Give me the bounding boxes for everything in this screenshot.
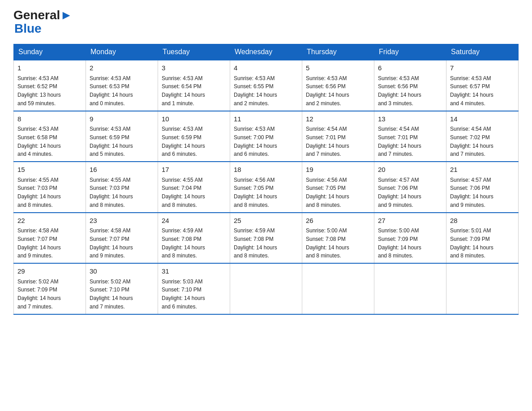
- day-info: Sunrise: 4:53 AMSunset: 6:52 PMDaylight:…: [17, 75, 61, 107]
- day-info: Sunrise: 5:00 AMSunset: 7:08 PMDaylight:…: [306, 227, 349, 259]
- calendar-cell: 25 Sunrise: 4:59 AMSunset: 7:08 PMDaylig…: [230, 213, 302, 264]
- calendar-cell: 5 Sunrise: 4:53 AMSunset: 6:56 PMDayligh…: [302, 60, 374, 111]
- day-info: Sunrise: 4:58 AMSunset: 7:07 PMDaylight:…: [90, 227, 133, 259]
- calendar-cell: 14 Sunrise: 4:54 AMSunset: 7:02 PMDaylig…: [446, 111, 519, 162]
- day-info: Sunrise: 4:53 AMSunset: 7:00 PMDaylight:…: [234, 126, 277, 157]
- day-number: 22: [17, 216, 82, 226]
- day-info: Sunrise: 5:00 AMSunset: 7:09 PMDaylight:…: [378, 227, 421, 259]
- day-number: 25: [234, 216, 298, 226]
- page-header: General► Blue: [13, 9, 519, 36]
- calendar-cell: 12 Sunrise: 4:54 AMSunset: 7:01 PMDaylig…: [302, 111, 374, 162]
- day-number: 2: [90, 63, 154, 73]
- day-info: Sunrise: 4:53 AMSunset: 6:58 PMDaylight:…: [17, 126, 61, 157]
- day-of-week-header: Thursday: [302, 44, 374, 60]
- day-info: Sunrise: 4:54 AMSunset: 7:02 PMDaylight:…: [450, 126, 493, 157]
- calendar-cell: 31 Sunrise: 5:03 AMSunset: 7:10 PMDaylig…: [158, 263, 230, 314]
- calendar-cell: 19 Sunrise: 4:56 AMSunset: 7:05 PMDaylig…: [302, 162, 374, 213]
- day-info: Sunrise: 5:02 AMSunset: 7:10 PMDaylight:…: [90, 278, 133, 310]
- day-number: 1: [17, 63, 82, 73]
- day-of-week-header: Saturday: [446, 44, 519, 60]
- day-number: 23: [90, 216, 154, 226]
- logo-blue-text: Blue: [14, 21, 42, 35]
- calendar-week-row: 15 Sunrise: 4:55 AMSunset: 7:03 PMDaylig…: [14, 162, 519, 213]
- day-number: 3: [162, 63, 226, 73]
- calendar-cell: 30 Sunrise: 5:02 AMSunset: 7:10 PMDaylig…: [86, 263, 158, 314]
- day-info: Sunrise: 4:59 AMSunset: 7:08 PMDaylight:…: [162, 227, 205, 259]
- calendar-cell: 26 Sunrise: 5:00 AMSunset: 7:08 PMDaylig…: [302, 213, 374, 264]
- day-number: 14: [450, 114, 515, 124]
- calendar-cell: [374, 263, 446, 314]
- day-number: 20: [378, 165, 442, 175]
- day-number: 28: [450, 216, 515, 226]
- calendar-cell: [230, 263, 302, 314]
- day-number: 15: [17, 165, 82, 175]
- day-of-week-header: Monday: [86, 44, 158, 60]
- day-number: 4: [234, 63, 298, 73]
- day-info: Sunrise: 4:57 AMSunset: 7:06 PMDaylight:…: [378, 177, 421, 208]
- calendar-week-row: 29 Sunrise: 5:02 AMSunset: 7:09 PMDaylig…: [14, 263, 519, 314]
- day-info: Sunrise: 4:53 AMSunset: 6:54 PMDaylight:…: [162, 75, 205, 107]
- day-info: Sunrise: 4:56 AMSunset: 7:05 PMDaylight:…: [234, 177, 277, 208]
- calendar-cell: 15 Sunrise: 4:55 AMSunset: 7:03 PMDaylig…: [14, 162, 86, 213]
- day-info: Sunrise: 4:53 AMSunset: 6:57 PMDaylight:…: [450, 75, 493, 107]
- calendar-cell: 22 Sunrise: 4:58 AMSunset: 7:07 PMDaylig…: [14, 213, 86, 264]
- calendar-header-row: SundayMondayTuesdayWednesdayThursdayFrid…: [14, 44, 519, 60]
- calendar-week-row: 22 Sunrise: 4:58 AMSunset: 7:07 PMDaylig…: [14, 213, 519, 264]
- day-info: Sunrise: 4:54 AMSunset: 7:01 PMDaylight:…: [378, 126, 421, 157]
- day-number: 31: [162, 266, 226, 277]
- calendar-cell: 2 Sunrise: 4:53 AMSunset: 6:53 PMDayligh…: [86, 60, 158, 111]
- calendar-cell: 3 Sunrise: 4:53 AMSunset: 6:54 PMDayligh…: [158, 60, 230, 111]
- day-number: 29: [17, 266, 82, 277]
- day-of-week-header: Sunday: [14, 44, 86, 60]
- calendar-cell: 28 Sunrise: 5:01 AMSunset: 7:09 PMDaylig…: [446, 213, 519, 264]
- day-number: 5: [306, 63, 370, 73]
- calendar-cell: 23 Sunrise: 4:58 AMSunset: 7:07 PMDaylig…: [86, 213, 158, 264]
- calendar-cell: [302, 263, 374, 314]
- calendar-cell: 8 Sunrise: 4:53 AMSunset: 6:58 PMDayligh…: [14, 111, 86, 162]
- day-info: Sunrise: 4:56 AMSunset: 7:05 PMDaylight:…: [306, 177, 349, 208]
- day-info: Sunrise: 4:59 AMSunset: 7:08 PMDaylight:…: [234, 227, 277, 259]
- calendar-week-row: 1 Sunrise: 4:53 AMSunset: 6:52 PMDayligh…: [14, 60, 519, 111]
- day-info: Sunrise: 4:54 AMSunset: 7:01 PMDaylight:…: [306, 126, 349, 157]
- day-info: Sunrise: 4:53 AMSunset: 6:53 PMDaylight:…: [90, 75, 133, 107]
- day-info: Sunrise: 4:53 AMSunset: 6:59 PMDaylight:…: [90, 126, 133, 157]
- day-info: Sunrise: 4:53 AMSunset: 6:56 PMDaylight:…: [378, 75, 421, 107]
- day-of-week-header: Tuesday: [158, 44, 230, 60]
- calendar-week-row: 8 Sunrise: 4:53 AMSunset: 6:58 PMDayligh…: [14, 111, 519, 162]
- day-of-week-header: Friday: [374, 44, 446, 60]
- day-number: 16: [90, 165, 154, 175]
- day-info: Sunrise: 5:01 AMSunset: 7:09 PMDaylight:…: [450, 227, 493, 259]
- calendar-cell: 7 Sunrise: 4:53 AMSunset: 6:57 PMDayligh…: [446, 60, 519, 111]
- day-number: 10: [162, 114, 226, 124]
- calendar-cell: 4 Sunrise: 4:53 AMSunset: 6:55 PMDayligh…: [230, 60, 302, 111]
- day-number: 6: [378, 63, 442, 73]
- logo-text: General►: [13, 9, 73, 21]
- day-number: 13: [378, 114, 442, 124]
- day-info: Sunrise: 4:57 AMSunset: 7:06 PMDaylight:…: [450, 177, 493, 208]
- day-info: Sunrise: 4:53 AMSunset: 6:59 PMDaylight:…: [162, 126, 205, 157]
- day-info: Sunrise: 4:58 AMSunset: 7:07 PMDaylight:…: [17, 227, 61, 259]
- day-number: 18: [234, 165, 298, 175]
- day-number: 19: [306, 165, 370, 175]
- day-info: Sunrise: 4:55 AMSunset: 7:03 PMDaylight:…: [17, 177, 61, 208]
- calendar-cell: 29 Sunrise: 5:02 AMSunset: 7:09 PMDaylig…: [14, 263, 86, 314]
- calendar-cell: 13 Sunrise: 4:54 AMSunset: 7:01 PMDaylig…: [374, 111, 446, 162]
- day-number: 26: [306, 216, 370, 226]
- day-number: 8: [17, 114, 82, 124]
- day-of-week-header: Wednesday: [230, 44, 302, 60]
- day-info: Sunrise: 5:02 AMSunset: 7:09 PMDaylight:…: [17, 278, 61, 310]
- calendar-cell: 10 Sunrise: 4:53 AMSunset: 6:59 PMDaylig…: [158, 111, 230, 162]
- day-number: 9: [90, 114, 154, 124]
- calendar-cell: 16 Sunrise: 4:55 AMSunset: 7:03 PMDaylig…: [86, 162, 158, 213]
- calendar-cell: 18 Sunrise: 4:56 AMSunset: 7:05 PMDaylig…: [230, 162, 302, 213]
- day-number: 27: [378, 216, 442, 226]
- calendar-cell: 11 Sunrise: 4:53 AMSunset: 7:00 PMDaylig…: [230, 111, 302, 162]
- calendar-table: SundayMondayTuesdayWednesdayThursdayFrid…: [13, 44, 519, 315]
- calendar-cell: 1 Sunrise: 4:53 AMSunset: 6:52 PMDayligh…: [14, 60, 86, 111]
- calendar-cell: 9 Sunrise: 4:53 AMSunset: 6:59 PMDayligh…: [86, 111, 158, 162]
- calendar-cell: 20 Sunrise: 4:57 AMSunset: 7:06 PMDaylig…: [374, 162, 446, 213]
- day-info: Sunrise: 5:03 AMSunset: 7:10 PMDaylight:…: [162, 278, 205, 310]
- calendar-cell: 24 Sunrise: 4:59 AMSunset: 7:08 PMDaylig…: [158, 213, 230, 264]
- calendar-cell: 21 Sunrise: 4:57 AMSunset: 7:06 PMDaylig…: [446, 162, 519, 213]
- day-info: Sunrise: 4:55 AMSunset: 7:03 PMDaylight:…: [90, 177, 133, 208]
